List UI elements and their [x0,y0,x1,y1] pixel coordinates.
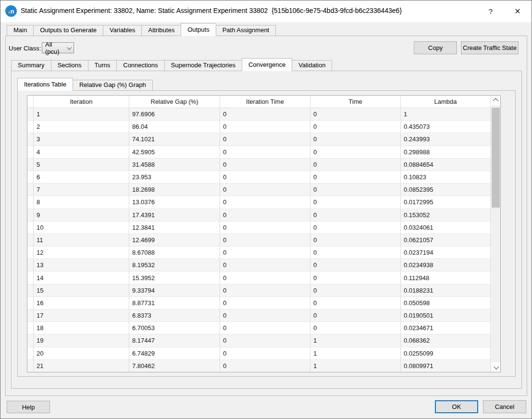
tab-supernode-trajectories[interactable]: Supernode Trajectories [164,60,242,71]
table-cell-lambda[interactable]: 0.0324061 [401,222,491,234]
table-cell-time[interactable]: 1 [310,334,401,346]
table-cell-iteration[interactable]: 14 [34,271,129,283]
table-cell-relative-gap[interactable]: 8.19532 [129,259,220,271]
table-cell-iteration-time[interactable]: 0 [220,209,310,221]
table-cell-relative-gap[interactable]: 7.80462 [129,360,220,372]
table-cell-relative-gap[interactable]: 86.04 [129,121,220,133]
tab-validation[interactable]: Validation [292,60,332,71]
row-header[interactable] [27,309,34,321]
row-header[interactable] [27,297,34,309]
row-header[interactable] [27,347,34,359]
table-cell-iteration[interactable]: 2 [34,121,129,133]
row-header[interactable] [27,209,34,221]
table-cell-time[interactable]: 0 [310,146,401,158]
table-cell-time[interactable]: 0 [310,133,401,145]
table-cell-relative-gap[interactable]: 17.4391 [129,209,220,221]
table-cell-time[interactable]: 0 [310,121,401,133]
ok-button[interactable]: OK [435,400,478,413]
scrollbar-thumb[interactable] [492,108,500,208]
table-cell-iteration[interactable]: 13 [34,259,129,271]
table-cell-relative-gap[interactable]: 12.4699 [129,234,220,246]
table-cell-iteration-time[interactable]: 0 [220,246,310,259]
table-cell-relative-gap[interactable]: 13.0376 [129,196,220,208]
row-header[interactable] [27,322,34,334]
table-cell-lambda[interactable]: 0.0172995 [401,196,491,208]
row-header[interactable] [27,146,34,158]
table-cell-time[interactable]: 0 [310,322,401,334]
table-cell-time[interactable]: 0 [310,309,401,321]
table-cell-relative-gap[interactable]: 9.33794 [129,284,220,296]
table-cell-time[interactable]: 0 [310,222,401,234]
row-header[interactable] [27,234,34,246]
table-cell-relative-gap[interactable]: 42.5905 [129,146,220,158]
user-class-select[interactable]: All (pcu) [42,42,74,53]
table-cell-relative-gap[interactable]: 12.3841 [129,222,220,234]
help-button[interactable]: Help [7,401,50,413]
scroll-down-button[interactable] [491,362,500,372]
tab-outputs[interactable]: Outputs [181,23,216,36]
table-cell-time[interactable]: 0 [310,209,401,221]
column-header-iteration-time[interactable]: Iteration Time [220,96,310,108]
table-cell-time[interactable]: 0 [310,297,401,309]
table-cell-iteration-time[interactable]: 0 [220,284,310,296]
tab-outputs-to-generate[interactable]: Outputs to Generate [33,25,103,36]
cancel-button[interactable]: Cancel [483,400,526,413]
table-cell-iteration-time[interactable]: 0 [220,347,310,359]
table-cell-relative-gap[interactable]: 8.67088 [129,246,220,259]
row-header[interactable] [27,246,34,259]
row-header[interactable] [27,184,34,196]
row-header[interactable] [27,196,34,208]
tab-convergence[interactable]: Convergence [242,58,292,71]
row-header[interactable] [27,171,34,183]
table-cell-time[interactable]: 1 [310,360,401,372]
table-cell-lambda[interactable]: 0.0809971 [401,360,491,372]
column-header-lambda[interactable]: Lambda [401,96,491,108]
table-cell-iteration-time[interactable]: 0 [220,108,310,120]
tab-attributes[interactable]: Attributes [141,25,181,36]
vertical-scrollbar[interactable] [491,96,500,372]
table-cell-lambda[interactable]: 0.068362 [401,334,491,346]
table-cell-iteration-time[interactable]: 0 [220,271,310,283]
row-header[interactable] [27,259,34,271]
table-cell-time[interactable]: 0 [310,259,401,271]
column-header-relative-gap[interactable]: Relative Gap (%) [129,96,220,108]
table-cell-relative-gap[interactable]: 15.3952 [129,271,220,283]
table-cell-iteration[interactable]: 18 [34,322,129,334]
tab-main[interactable]: Main [7,25,34,36]
table-cell-iteration[interactable]: 12 [34,246,129,259]
tab-turns[interactable]: Turns [88,60,117,71]
help-titlebar-button[interactable]: ? [483,4,498,18]
table-cell-lambda[interactable]: 0.0234671 [401,322,491,334]
copy-button[interactable]: Copy [414,41,457,54]
table-cell-iteration-time[interactable]: 0 [220,309,310,321]
tab-connections[interactable]: Connections [116,60,164,71]
row-header[interactable] [27,121,34,133]
table-cell-time[interactable]: 0 [310,234,401,246]
table-cell-relative-gap[interactable]: 74.1021 [129,133,220,145]
table-cell-iteration-time[interactable]: 0 [220,184,310,196]
table-cell-relative-gap[interactable]: 18.2698 [129,184,220,196]
row-header[interactable] [27,159,34,171]
table-cell-iteration[interactable]: 11 [34,234,129,246]
row-header[interactable] [27,271,34,283]
table-cell-iteration[interactable]: 21 [34,360,129,372]
table-cell-time[interactable]: 0 [310,159,401,171]
table-cell-lambda[interactable]: 0.0852395 [401,184,491,196]
table-cell-lambda[interactable]: 0.243993 [401,133,491,145]
table-cell-iteration[interactable]: 8 [34,196,129,208]
table-cell-iteration-time[interactable]: 0 [220,196,310,208]
table-cell-iteration[interactable]: 16 [34,297,129,309]
table-cell-lambda[interactable]: 0.153052 [401,209,491,221]
table-cell-iteration[interactable]: 19 [34,334,129,346]
table-cell-iteration-time[interactable]: 0 [220,121,310,133]
table-cell-time[interactable]: 0 [310,108,401,120]
create-traffic-state-button[interactable]: Create Traffic State [461,41,519,54]
table-cell-iteration[interactable]: 10 [34,222,129,234]
table-cell-iteration-time[interactable]: 0 [220,222,310,234]
table-cell-lambda[interactable]: 1 [401,108,491,120]
table-cell-relative-gap[interactable]: 6.70053 [129,322,220,334]
tab-summary[interactable]: Summary [11,60,51,71]
table-cell-relative-gap[interactable]: 97.6906 [129,108,220,120]
scroll-up-button[interactable] [491,96,500,105]
row-header[interactable] [27,222,34,234]
